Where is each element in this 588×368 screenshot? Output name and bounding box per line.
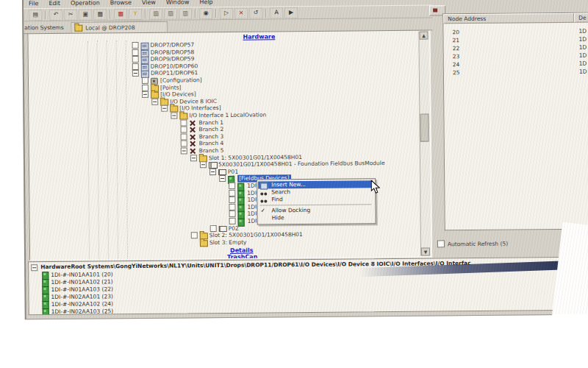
tree-node-label[interactable]: Slot 2: 5X00301G01/1X00458H01 <box>209 231 303 239</box>
expand-icon[interactable] <box>191 232 198 238</box>
automatic-refresh-checkbox[interactable]: Automatic Refresh (5) <box>437 240 508 248</box>
tab-label: Local @ DROP208 <box>85 24 135 32</box>
cut-icon[interactable]: ✂ <box>64 9 77 20</box>
context-menu: Insert New...SearchFind✓Allow DockingHid… <box>257 178 376 224</box>
collapse-icon[interactable] <box>161 105 168 112</box>
collapse-icon[interactable] <box>151 99 158 105</box>
pane-toggle-icon <box>433 8 437 12</box>
device-cell[interactable]: 1D <box>579 44 587 51</box>
paste-icon[interactable]: ▦ <box>93 9 107 20</box>
node-address-cell[interactable]: 24 <box>453 61 460 68</box>
column-header-device[interactable]: De <box>574 13 588 22</box>
colors-icon[interactable]: ▩ <box>114 9 127 20</box>
expand-icon[interactable] <box>142 84 148 91</box>
menu-file[interactable]: File <box>24 0 43 7</box>
menu-help[interactable]: Help <box>194 0 218 5</box>
node-address-cell[interactable]: 22 <box>453 45 460 52</box>
delete-icon[interactable]: × <box>234 7 248 18</box>
copy-icon[interactable]: ▣ <box>79 9 92 20</box>
collapse-icon[interactable] <box>190 155 197 161</box>
run-icon[interactable]: ▶ <box>284 7 298 18</box>
device-cell[interactable]: 1D <box>579 60 587 67</box>
tree-node-label[interactable]: 5X00301G01/1X00458H01 - Foundation Field… <box>218 160 385 169</box>
node-address-cell[interactable]: 23 <box>453 53 460 60</box>
details-link[interactable]: Details <box>230 247 254 254</box>
systems-tab-label[interactable]: ation Systems <box>24 24 63 31</box>
collapse-icon[interactable] <box>200 161 207 168</box>
tree-node-label[interactable]: P01 <box>228 169 238 176</box>
expand-icon[interactable] <box>132 49 139 56</box>
bottom-list-panel: HardwareRoot Systems\GongYiNetworks\NL1Y… <box>28 257 574 315</box>
branch-icon <box>190 127 196 132</box>
expand-icon[interactable] <box>181 141 187 147</box>
device-cell[interactable]: 1D <box>578 28 587 35</box>
menu-item-find[interactable]: Find <box>258 195 373 203</box>
menu-item-hide[interactable]: Hide <box>259 213 373 222</box>
collapse-icon[interactable] <box>219 175 226 182</box>
collapse-icon[interactable] <box>181 147 187 154</box>
tree-guide-line <box>116 40 119 261</box>
expand-icon[interactable] <box>181 133 187 140</box>
scroll-thumb[interactable] <box>420 114 429 142</box>
expand-icon[interactable] <box>229 183 235 189</box>
tree-node-label[interactable]: P02 <box>229 224 239 232</box>
port-icon <box>218 169 226 175</box>
undo-icon[interactable]: ↶ <box>49 9 62 20</box>
tree-node-label[interactable]: Slot 3: Empty <box>209 238 247 246</box>
node-address-cell[interactable]: 20 <box>452 29 459 35</box>
scroll-up-icon[interactable]: ▲ <box>419 32 428 40</box>
collapse-icon[interactable] <box>171 113 177 119</box>
expand-icon[interactable] <box>142 77 148 84</box>
expand-icon[interactable] <box>132 63 139 70</box>
expand-icon[interactable] <box>180 119 187 126</box>
device-cell[interactable]: 1D <box>578 36 587 43</box>
node-address-cell[interactable]: 25 <box>453 69 460 76</box>
branch-icon <box>189 120 196 126</box>
expand-icon[interactable] <box>181 127 187 133</box>
tree-guide-line <box>97 40 100 261</box>
menu-view[interactable]: View <box>137 0 161 6</box>
tree-scrollbar[interactable]: ▲ ▼ <box>418 32 431 256</box>
expand-icon[interactable] <box>229 189 235 196</box>
expand-icon[interactable] <box>229 218 236 224</box>
menu-operation[interactable]: Operation <box>65 0 105 7</box>
tab-local-drop208[interactable]: Local @ DROP208 <box>71 21 168 33</box>
menu-window[interactable]: Window <box>161 0 195 6</box>
tree-guide-line <box>126 40 129 261</box>
binoculars-icon <box>260 197 263 205</box>
root-expander-icon[interactable] <box>31 264 37 271</box>
collapse-icon[interactable] <box>132 70 139 77</box>
print-icon[interactable]: ▤ <box>29 10 42 21</box>
pointer-icon[interactable]: ▷ <box>220 7 233 18</box>
open-icon[interactable]: ▧ <box>149 8 162 19</box>
branch-icon <box>190 148 196 154</box>
expand-icon[interactable] <box>132 42 139 49</box>
tree-node-label[interactable]: I/O Interface 1 LocalOvation <box>189 111 266 119</box>
expand-icon[interactable] <box>132 56 139 63</box>
menu-item-label: Search <box>271 188 290 196</box>
list-item-label: 1DI-#-IN01AA102 (21) <box>51 278 112 286</box>
collapse-icon[interactable] <box>142 91 148 98</box>
expand-icon[interactable] <box>229 204 235 210</box>
menu-edit[interactable]: Edit <box>43 0 65 7</box>
list-item-label: 1DI-#-IN01AA103 (22) <box>51 286 112 293</box>
device-cell[interactable]: 1D <box>579 52 587 59</box>
device-cell[interactable]: 1D <box>579 68 587 75</box>
node-address-cell[interactable]: 21 <box>452 37 459 43</box>
save-icon[interactable]: ▨ <box>164 8 177 19</box>
mouse-cursor <box>370 180 380 194</box>
hardware-link[interactable]: Hardware <box>243 33 275 40</box>
find-icon[interactable]: A <box>270 7 283 18</box>
checkbox-icon[interactable] <box>437 240 445 247</box>
expand-icon[interactable] <box>210 225 217 232</box>
menu-browse[interactable]: Browse <box>105 0 137 6</box>
expand-icon[interactable] <box>229 210 236 217</box>
filter-icon[interactable]: Y <box>129 8 142 19</box>
expand-icon[interactable] <box>229 197 235 203</box>
refresh-icon[interactable]: ↺ <box>249 7 262 18</box>
collapse-icon[interactable] <box>209 169 216 175</box>
column-header-node-address[interactable]: Node Address <box>443 13 574 24</box>
folder-icon[interactable]: ▥ <box>179 8 192 19</box>
scroll-down-icon[interactable]: ▼ <box>421 248 430 256</box>
camera-icon[interactable]: ◉ <box>199 8 212 19</box>
